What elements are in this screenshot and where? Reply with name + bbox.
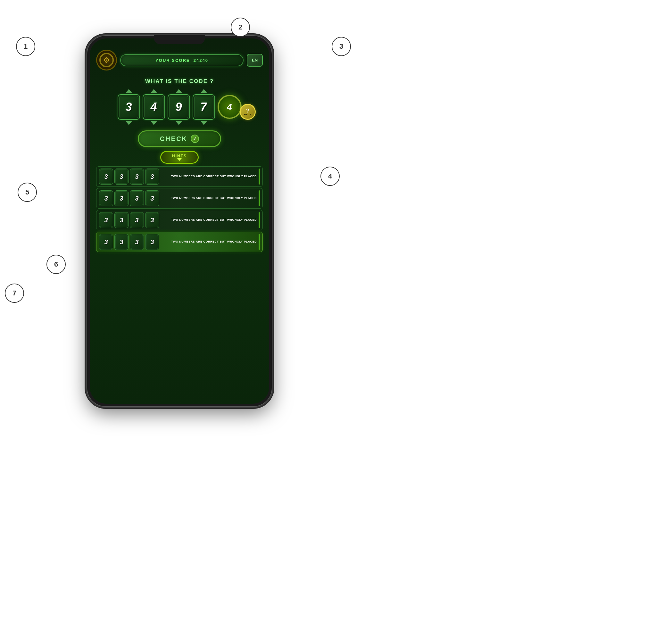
hints-button[interactable]: HINTS xyxy=(160,151,199,164)
digit-card-2[interactable]: 4 xyxy=(143,94,165,120)
active-digit-circle[interactable]: 4 xyxy=(218,95,242,119)
hint-3-digit-3: 3 xyxy=(135,217,139,224)
hint-1-card-2: 3 xyxy=(114,169,128,185)
digit-4-down-arrow[interactable] xyxy=(200,121,207,125)
hints-list: 3333TWO NUMBERS ARE CORRECT BUT WRONGLY … xyxy=(96,166,263,397)
hints-label: HINTS xyxy=(172,154,187,158)
hint-4-bar xyxy=(259,234,260,250)
digit-1-up-arrow[interactable] xyxy=(126,89,132,93)
hint-4-digit-3: 3 xyxy=(135,238,139,246)
hint-4-card-3: 3 xyxy=(130,234,144,250)
digit-3-up-arrow[interactable] xyxy=(176,89,182,93)
score-display: YOUR SCORE 24240 xyxy=(120,54,243,66)
annotation-6: 6 xyxy=(46,255,66,274)
hint-row-1: 3333TWO NUMBERS ARE CORRECT BUT WRONGLY … xyxy=(96,166,263,187)
hint-3-text: TWO NUMBERS ARE CORRECT BUT WRONGLY PLAC… xyxy=(161,218,257,222)
annotation-1: 1 xyxy=(16,37,35,56)
hint-4-numbers: 3333 xyxy=(99,234,159,250)
hint-1-digit-2: 3 xyxy=(120,173,123,180)
language-label: EN xyxy=(252,58,258,63)
digit-4-value: 7 xyxy=(200,100,207,114)
hint-3-digit-1: 3 xyxy=(104,217,108,224)
digit-card-4[interactable]: 7 xyxy=(193,94,215,120)
digit-slot-1: 3 xyxy=(118,89,140,125)
hint-2-card-1: 3 xyxy=(99,190,113,206)
help-question-mark: ? xyxy=(246,108,249,114)
hint-2-text: TWO NUMBERS ARE CORRECT BUT WRONGLY PLAC… xyxy=(161,196,257,200)
hint-4-card-1: 3 xyxy=(99,234,113,250)
help-label: HELP xyxy=(244,114,251,116)
gear-icon xyxy=(99,53,114,67)
digit-2-down-arrow[interactable] xyxy=(151,121,157,125)
hint-4-text: TWO NUMBERS ARE CORRECT BUT WRONGLY PLAC… xyxy=(161,240,257,244)
digit-1-value: 3 xyxy=(125,100,132,114)
digit-card-3[interactable]: 9 xyxy=(168,94,190,120)
phone-screen: YOUR SCORE 24240 EN ? HELP WHAT IS THE C… xyxy=(90,39,269,404)
digit-slot-3: 9 xyxy=(168,89,190,125)
hint-4-digit-1: 3 xyxy=(104,238,108,246)
hint-row-4: 3333TWO NUMBERS ARE CORRECT BUT WRONGLY … xyxy=(96,232,263,252)
hint-2-card-2: 3 xyxy=(114,190,128,206)
hint-2-numbers: 3333 xyxy=(99,190,159,206)
hint-1-numbers: 3333 xyxy=(99,169,159,185)
active-digit-value: 4 xyxy=(227,102,232,112)
header: YOUR SCORE 24240 EN xyxy=(96,50,263,71)
phone-notch xyxy=(154,35,205,44)
hint-row-3: 3333TWO NUMBERS ARE CORRECT BUT WRONGLY … xyxy=(96,210,263,231)
hint-4-card-4: 3 xyxy=(145,234,159,250)
hint-2-digit-4: 3 xyxy=(150,195,154,202)
annotation-5: 5 xyxy=(18,183,37,202)
hint-2-bar xyxy=(259,190,260,206)
gear-button[interactable] xyxy=(96,50,117,71)
digit-slot-2: 4 xyxy=(143,89,165,125)
hint-3-card-2: 3 xyxy=(114,212,128,228)
hint-3-card-1: 3 xyxy=(99,212,113,228)
annotation-3: 3 xyxy=(332,37,351,56)
hint-1-digit-1: 3 xyxy=(104,173,108,180)
hint-1-card-4: 3 xyxy=(145,169,159,185)
digit-slot-4: 7 xyxy=(193,89,215,125)
hint-4-digit-4: 3 xyxy=(150,238,154,246)
annotation-7: 7 xyxy=(5,284,24,303)
hint-4-digit-2: 3 xyxy=(120,238,123,246)
hint-1-card-3: 3 xyxy=(130,169,144,185)
check-tick-icon: ✓ xyxy=(191,135,199,143)
hint-3-card-4: 3 xyxy=(145,212,159,228)
annotation-2: 2 xyxy=(231,18,250,37)
digit-3-value: 9 xyxy=(175,100,182,114)
language-button[interactable]: EN xyxy=(247,54,263,67)
hint-3-card-3: 3 xyxy=(130,212,144,228)
hint-4-card-2: 3 xyxy=(114,234,128,250)
number-input-row: 3 4 9 xyxy=(118,89,242,125)
phone-frame: YOUR SCORE 24240 EN ? HELP WHAT IS THE C… xyxy=(87,35,272,407)
digit-1-down-arrow[interactable] xyxy=(126,121,132,125)
hint-3-bar xyxy=(259,212,260,228)
hint-3-digit-2: 3 xyxy=(120,217,123,224)
hint-3-digit-4: 3 xyxy=(150,217,154,224)
hints-arrow-icon xyxy=(177,158,182,161)
digit-2-value: 4 xyxy=(150,100,157,114)
digit-4-up-arrow[interactable] xyxy=(200,89,207,93)
check-label: CHECK xyxy=(160,135,188,143)
hint-2-card-4: 3 xyxy=(145,190,159,206)
hint-2-card-3: 3 xyxy=(130,190,144,206)
hint-2-digit-2: 3 xyxy=(120,195,123,202)
annotation-4: 4 xyxy=(320,167,340,186)
hint-1-digit-4: 3 xyxy=(150,173,154,180)
hint-2-digit-1: 3 xyxy=(104,195,108,202)
digit-card-1[interactable]: 3 xyxy=(118,94,140,120)
help-button[interactable]: ? HELP xyxy=(240,104,256,120)
hint-1-card-1: 3 xyxy=(99,169,113,185)
hint-2-digit-3: 3 xyxy=(135,195,139,202)
hint-row-2: 3333TWO NUMBERS ARE CORRECT BUT WRONGLY … xyxy=(96,188,263,209)
digit-2-up-arrow[interactable] xyxy=(151,89,157,93)
question-text: WHAT IS THE CODE ? xyxy=(145,78,214,84)
hint-1-bar xyxy=(259,169,260,185)
hint-3-numbers: 3333 xyxy=(99,212,159,228)
digit-3-down-arrow[interactable] xyxy=(176,121,182,125)
hint-1-digit-3: 3 xyxy=(135,173,139,180)
score-text: YOUR SCORE 24240 xyxy=(155,58,208,63)
screen-content: YOUR SCORE 24240 EN ? HELP WHAT IS THE C… xyxy=(90,39,269,404)
check-button[interactable]: CHECK ✓ xyxy=(138,130,221,147)
hint-1-text: TWO NUMBERS ARE CORRECT BUT WRONGLY PLAC… xyxy=(161,175,257,178)
